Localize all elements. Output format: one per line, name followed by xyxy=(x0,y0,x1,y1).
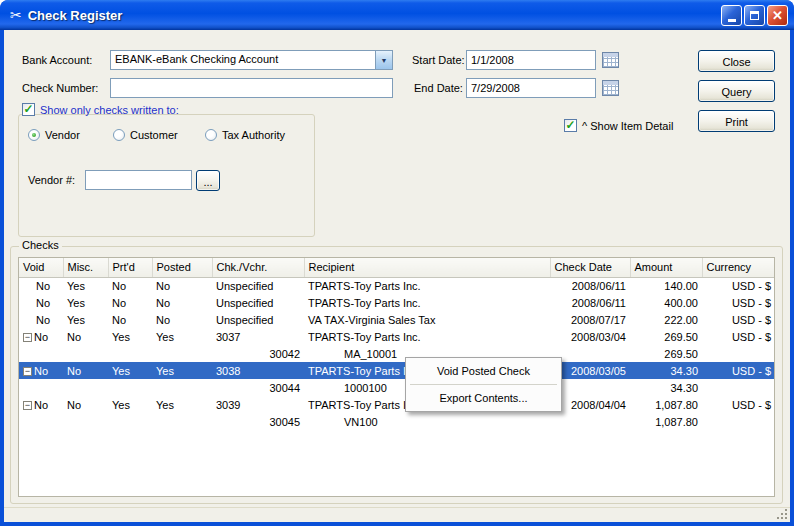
start-date-input[interactable] xyxy=(466,50,596,70)
cell-amount: 140.00 xyxy=(630,277,702,294)
check-row[interactable]: −NoNoYesYes3039TPARTS-Toy Parts Inc.2008… xyxy=(19,396,775,413)
check-row[interactable]: 30045VN1001,087.80 xyxy=(19,413,775,430)
radio-dot-icon[interactable] xyxy=(28,129,40,141)
radio-circle-icon[interactable] xyxy=(205,129,217,141)
cell-currency: USD - $ xyxy=(702,311,775,328)
query-button[interactable]: Query xyxy=(698,80,775,102)
bank-account-combo[interactable]: EBANK-eBank Checking Account ▼ xyxy=(110,50,393,70)
checks-table: Void Misc. Prt'd Posted Chk./Vchr. Recip… xyxy=(19,258,775,430)
check-row[interactable]: −NoNoYesYes3038TPARTS-Toy Parts Inc.2008… xyxy=(19,362,775,379)
check-row[interactable]: 30042MA_10001269.50 xyxy=(19,345,775,362)
close-window-button[interactable]: ✕ xyxy=(767,5,788,26)
cell-date xyxy=(550,345,630,362)
checks-group-label: Checks xyxy=(19,239,62,251)
checks-groupbox: Checks Void Misc. Prt'd Posted xyxy=(10,246,783,504)
vendor-number-label: Vendor #: xyxy=(28,174,75,186)
chevron-down-icon[interactable]: ▼ xyxy=(375,51,392,69)
print-button[interactable]: Print xyxy=(698,110,775,132)
bank-account-value: EBANK-eBank Checking Account xyxy=(111,51,375,69)
cell-void xyxy=(19,379,63,396)
start-date-calendar-icon[interactable] xyxy=(602,52,619,68)
end-date-input[interactable] xyxy=(466,78,596,98)
start-date-label: Start Date: xyxy=(412,54,465,66)
cell-recipient: TPARTS-Toy Parts Inc. xyxy=(304,328,550,345)
radio-vendor-label: Vendor xyxy=(45,129,80,141)
cell-date: 2008/03/04 xyxy=(550,328,630,345)
cell-void: −No xyxy=(19,328,63,345)
cell-void-value: No xyxy=(34,365,48,377)
cell-amount: 1,087.80 xyxy=(630,396,702,413)
cell-recipient: VN100 xyxy=(304,413,550,430)
header-prtd[interactable]: Prt'd xyxy=(108,258,152,277)
radio-customer-label: Customer xyxy=(130,129,178,141)
checks-table-body: NoYesNoNoUnspecifiedTPARTS-Toy Parts Inc… xyxy=(19,277,775,430)
tree-collapse-icon[interactable]: − xyxy=(23,333,32,342)
cell-date: 2008/04/04 xyxy=(550,396,630,413)
radio-vendor[interactable]: Vendor xyxy=(28,129,80,141)
cell-chk: Unspecified xyxy=(212,311,304,328)
dialog-client-area: Bank Account: EBANK-eBank Checking Accou… xyxy=(4,30,790,522)
status-bar xyxy=(4,507,790,522)
header-check-date[interactable]: Check Date xyxy=(550,258,630,277)
minimize-button[interactable] xyxy=(721,5,742,26)
radio-circle-icon[interactable] xyxy=(113,129,125,141)
titlebar[interactable]: ✂ Check Register ✕ xyxy=(0,0,794,30)
header-chk-vchr[interactable]: Chk./Vchr. xyxy=(212,258,304,277)
radio-tax-authority[interactable]: Tax Authority xyxy=(205,129,285,141)
cell-currency xyxy=(702,345,775,362)
check-number-label: Check Number: xyxy=(22,82,98,94)
radio-tax-authority-label: Tax Authority xyxy=(222,129,285,141)
header-void[interactable]: Void xyxy=(19,258,63,277)
cell-posted: No xyxy=(152,311,212,328)
cell-void xyxy=(19,413,63,430)
cell-prtd xyxy=(108,379,152,396)
cell-prtd: Yes xyxy=(108,362,152,379)
show-only-checkbox[interactable]: ✓ Show only checks written to: xyxy=(22,103,179,116)
table-header-row: Void Misc. Prt'd Posted Chk./Vchr. Recip… xyxy=(19,258,775,277)
cell-date: 2008/06/11 xyxy=(550,277,630,294)
cell-posted: No xyxy=(152,294,212,311)
checkbox-box[interactable]: ✓ xyxy=(564,119,577,132)
header-misc[interactable]: Misc. xyxy=(63,258,108,277)
checks-table-container: Void Misc. Prt'd Posted Chk./Vchr. Recip… xyxy=(18,257,775,497)
header-recipient[interactable]: Recipient xyxy=(304,258,550,277)
check-row[interactable]: NoYesNoNoUnspecifiedVA TAX-Virginia Sale… xyxy=(19,311,775,328)
cell-recipient: VA TAX-Virginia Sales Tax xyxy=(304,311,550,328)
vendor-browse-button[interactable]: ... xyxy=(196,170,220,191)
cell-date: 2008/03/05 xyxy=(550,362,630,379)
cell-posted xyxy=(152,345,212,362)
header-amount[interactable]: Amount xyxy=(630,258,702,277)
menu-item-void-posted-check[interactable]: Void Posted Check xyxy=(408,360,559,382)
check-number-input[interactable] xyxy=(110,78,393,98)
cell-date xyxy=(550,413,630,430)
window-icon: ✂ xyxy=(10,8,22,22)
checkbox-box[interactable]: ✓ xyxy=(22,103,35,116)
check-row[interactable]: NoYesNoNoUnspecifiedTPARTS-Toy Parts Inc… xyxy=(19,277,775,294)
check-row[interactable]: −NoNoYesYes3037TPARTS-Toy Parts Inc.2008… xyxy=(19,328,775,345)
cell-currency: USD - $ xyxy=(702,294,775,311)
cell-void-value: No xyxy=(36,297,50,309)
tree-collapse-icon[interactable]: − xyxy=(23,367,32,376)
show-item-detail-checkbox[interactable]: ✓ ^ Show Item Detail xyxy=(564,119,673,132)
vendor-number-input[interactable] xyxy=(85,170,192,190)
check-row[interactable]: 30044100010034.30 xyxy=(19,379,775,396)
resize-grip[interactable] xyxy=(775,507,787,519)
radio-customer[interactable]: Customer xyxy=(113,129,178,141)
end-date-calendar-icon[interactable] xyxy=(602,80,619,96)
menu-item-export-contents[interactable]: Export Contents... xyxy=(408,387,559,409)
maximize-button[interactable] xyxy=(744,5,765,26)
cell-posted: Yes xyxy=(152,362,212,379)
check-row[interactable]: NoYesNoNoUnspecifiedTPARTS-Toy Parts Inc… xyxy=(19,294,775,311)
cell-currency: USD - $ xyxy=(702,362,775,379)
checkmark-icon: ✓ xyxy=(23,103,33,115)
cell-date xyxy=(550,379,630,396)
cell-posted: Yes xyxy=(152,328,212,345)
close-button[interactable]: Close xyxy=(698,50,775,72)
header-posted[interactable]: Posted xyxy=(152,258,212,277)
header-currency[interactable]: Currency xyxy=(702,258,775,277)
cell-chk: 30045 xyxy=(212,413,304,430)
window-title: Check Register xyxy=(28,8,721,23)
tree-collapse-icon[interactable]: − xyxy=(23,401,32,410)
cell-misc xyxy=(63,413,108,430)
cell-chk: 3037 xyxy=(212,328,304,345)
